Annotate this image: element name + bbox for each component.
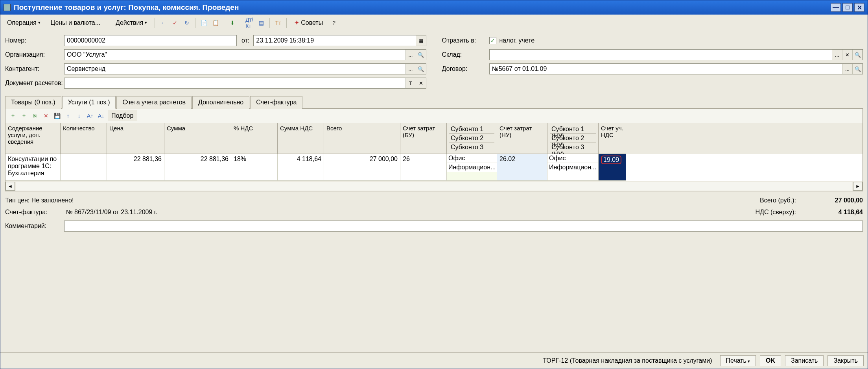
actions-menu[interactable]: Действия <box>112 17 151 28</box>
tt-icon[interactable]: Тт <box>274 19 282 27</box>
comment-field[interactable] <box>65 221 862 231</box>
org-search-icon[interactable]: 🔍 <box>416 50 426 60</box>
doc-icon-2[interactable]: 📋 <box>211 19 220 27</box>
cell-cost-acc-bu[interactable]: 26 <box>400 154 447 181</box>
cell-sub1[interactable]: Офис <box>447 154 497 163</box>
warehouse-clear-icon[interactable]: ✕ <box>842 50 852 60</box>
org-field[interactable] <box>65 50 405 59</box>
tab-services[interactable]: Услуги (1 поз.) <box>62 96 116 109</box>
prices-button[interactable]: Цены и валюта... <box>47 17 104 28</box>
contractor-search-icon[interactable]: 🔍 <box>416 64 426 74</box>
insert-row-icon[interactable]: ＋ <box>20 111 28 120</box>
cell-subconto-nu[interactable]: Офис Информацион... <box>547 154 599 181</box>
add-row-icon[interactable]: ＋ <box>9 111 17 120</box>
price-type-label: Тип цен: Не заполнено! <box>5 197 760 204</box>
list-icon[interactable]: ▤ <box>257 19 265 27</box>
contract-search-icon[interactable]: 🔍 <box>852 64 862 74</box>
tab-invoice[interactable]: Счет-фактура <box>250 96 302 109</box>
help-icon[interactable]: ? <box>330 19 338 27</box>
col-total[interactable]: Всего <box>324 123 400 154</box>
reflect-checkbox[interactable]: ✓ <box>489 37 496 44</box>
scroll-left-icon[interactable]: ◄ <box>6 182 15 191</box>
warehouse-search-icon[interactable]: 🔍 <box>852 50 862 60</box>
cell-vat-sum[interactable]: 4 118,64 <box>278 154 324 181</box>
close-button[interactable]: ✕ <box>854 3 864 12</box>
close-button-footer[interactable]: Закрыть <box>827 355 864 366</box>
col-subconto-nu[interactable]: Субконто 1 (НУ) Субконто 2 (НУ) Субконто… <box>547 123 599 154</box>
refresh-icon[interactable]: ↻ <box>182 19 191 27</box>
export-icon[interactable]: ⬇ <box>228 19 237 27</box>
contract-input-wrap: ... 🔍 <box>489 63 863 74</box>
tab-accounts[interactable]: Счета учета расчетов <box>116 96 192 109</box>
cell-total[interactable]: 27 000,00 <box>324 154 400 181</box>
back-icon[interactable]: ← <box>159 19 168 27</box>
cell-desc[interactable]: Консультации по программе 1С: Бухгалтери… <box>6 154 61 181</box>
scroll-right-icon[interactable]: ► <box>853 182 862 191</box>
col-vat-rate[interactable]: % НДС <box>231 123 278 154</box>
col-subconto-bu[interactable]: Субконто 1 Субконто 2 Субконто 3 <box>447 123 497 154</box>
warehouse-label: Склад: <box>442 51 489 58</box>
col-cost-acc-bu[interactable]: Счет затрат (БУ) <box>400 123 447 154</box>
sort-asc-icon[interactable]: A↑ <box>86 111 94 120</box>
col-desc[interactable]: Содержание услуги, доп. сведения <box>6 123 61 154</box>
cell-sub2[interactable]: Информацион... <box>447 163 497 172</box>
date-field[interactable] <box>254 36 415 45</box>
scroll-track[interactable] <box>16 182 852 191</box>
copy-row-icon[interactable]: ⎘ <box>31 111 39 120</box>
cell-vat-acc[interactable]: 19.09 <box>599 154 626 181</box>
check-icon[interactable]: ✓ <box>171 19 179 27</box>
cell-sub2nu[interactable]: Информацион... <box>547 163 598 172</box>
cell-sub3[interactable] <box>447 172 497 180</box>
delete-row-icon[interactable]: ✕ <box>42 111 50 120</box>
cell-cost-acc-nu[interactable]: 26.02 <box>497 154 547 181</box>
dt-kt-icon[interactable]: Дт/Кт <box>245 19 254 27</box>
reflect-label: Отразить в: <box>442 37 489 44</box>
warehouse-field[interactable] <box>490 50 832 59</box>
vat-value: 4 118,64 <box>804 209 863 216</box>
org-input-wrap: ... 🔍 <box>64 49 426 60</box>
main-toolbar: Операция Цены и валюта... Действия ← ✓ ↻… <box>0 15 868 31</box>
table-row[interactable]: Консультации по программе 1С: Бухгалтери… <box>6 154 862 181</box>
cell-sub1nu[interactable]: Офис <box>547 154 598 163</box>
warehouse-lookup-icon[interactable]: ... <box>832 50 842 60</box>
col-vat-acc[interactable]: Счет уч. НДС <box>599 123 626 154</box>
col-sum[interactable]: Сумма <box>164 123 231 154</box>
org-lookup-icon[interactable]: ... <box>405 50 416 60</box>
operation-menu[interactable]: Операция <box>4 17 44 28</box>
col-vat-sum[interactable]: Сумма НДС <box>278 123 324 154</box>
contract-lookup-icon[interactable]: ... <box>842 64 852 74</box>
number-field[interactable] <box>65 36 236 45</box>
move-down-icon[interactable]: ↓ <box>75 111 83 120</box>
col-price[interactable]: Цена <box>107 123 164 154</box>
minimize-button[interactable]: — <box>831 3 841 12</box>
grid-scrollbar[interactable]: ◄ ► <box>5 181 863 191</box>
docsettle-t-icon[interactable]: T <box>405 78 416 88</box>
cell-sum[interactable]: 22 881,36 <box>164 154 231 181</box>
col-qty[interactable]: Количество <box>61 123 107 154</box>
tab-additional[interactable]: Дополнительно <box>192 96 249 109</box>
reflect-check-label: налог. учете <box>499 37 535 44</box>
doc-icon-1[interactable]: 📄 <box>199 19 208 27</box>
cell-price[interactable]: 22 881,36 <box>107 154 164 181</box>
docsettle-field[interactable] <box>65 78 405 88</box>
col-cost-acc-nu[interactable]: Счет затрат (НУ) <box>497 123 547 154</box>
contractor-lookup-icon[interactable]: ... <box>405 64 416 74</box>
cell-subconto-bu[interactable]: Офис Информацион... <box>447 154 497 181</box>
tips-button[interactable]: ✦ Советы <box>291 17 326 28</box>
tab-goods[interactable]: Товары (0 поз.) <box>5 96 61 109</box>
podbor-button[interactable]: Подбор <box>108 110 137 121</box>
calendar-icon[interactable]: ▦ <box>416 35 426 46</box>
print-button[interactable]: Печать <box>720 355 756 366</box>
save-button[interactable]: Записать <box>785 355 824 366</box>
save-row-icon[interactable]: 💾 <box>53 111 61 120</box>
cell-vat-rate[interactable]: 18% <box>231 154 278 181</box>
move-up-icon[interactable]: ↑ <box>64 111 72 120</box>
ok-button[interactable]: OK <box>760 355 781 366</box>
cell-qty[interactable] <box>61 154 107 181</box>
cell-sub3nu[interactable] <box>547 172 598 180</box>
contract-field[interactable] <box>490 64 842 74</box>
docsettle-clear-icon[interactable]: ✕ <box>416 78 426 88</box>
contractor-field[interactable] <box>65 64 405 74</box>
sort-desc-icon[interactable]: A↓ <box>97 111 105 120</box>
maximize-button[interactable]: □ <box>842 3 853 12</box>
